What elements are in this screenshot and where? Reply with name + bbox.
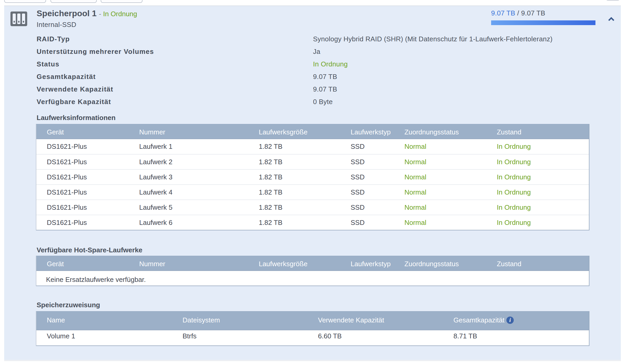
svg-text:i: i — [509, 317, 511, 323]
